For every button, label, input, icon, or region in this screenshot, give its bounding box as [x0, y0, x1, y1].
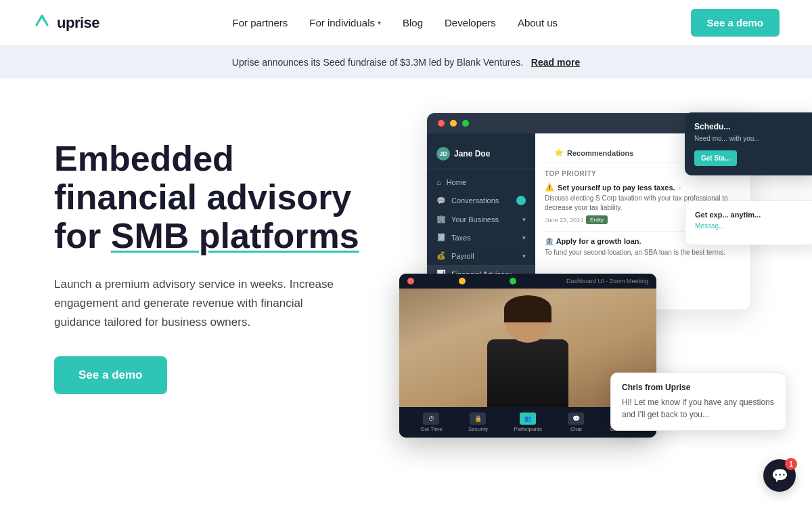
- schedule-card: Schedu... Need mo... with you... Get Sta…: [685, 112, 812, 175]
- arrow-icon: ›: [679, 184, 681, 192]
- logo[interactable]: uprise: [32, 12, 99, 35]
- hero-visual: JD Jane Doe ⌂ Home 💬 Conversations 🏢: [420, 112, 780, 451]
- chat-message-bubble: Chris from Uprise Hi! Let me know if you…: [610, 373, 786, 431]
- chat-badge: 1: [785, 458, 797, 470]
- window-maximize-dot: [462, 120, 469, 127]
- hero-title: Embedded financial advisory for SMB plat…: [54, 140, 406, 256]
- dashboard-user: JD Jane Doe: [427, 142, 535, 169]
- person-head: [504, 295, 551, 343]
- schedule-cta-button[interactable]: Get Sta...: [694, 150, 737, 166]
- nav-link-developers[interactable]: Developers: [445, 17, 496, 28]
- window-minimize-dot: [450, 120, 457, 127]
- chat-widget-button[interactable]: 💬 1: [763, 459, 796, 492]
- chat-widget-icon: 💬: [771, 467, 788, 484]
- chevron-down-icon: ▾: [378, 19, 381, 26]
- chevron-icon: ▾: [522, 234, 526, 241]
- security-icon: 🔒: [470, 412, 486, 425]
- banner-read-more-link[interactable]: Read more: [531, 57, 580, 68]
- video-title: Dashboard UI - Zoom Meeting: [566, 278, 648, 284]
- hero-subtitle: Launch a premium advisory service in wee…: [54, 275, 338, 332]
- video-tool-security[interactable]: 🔒 Security: [468, 412, 488, 432]
- nav-link-about[interactable]: About us: [518, 17, 558, 28]
- star-icon: ⭐: [554, 148, 564, 157]
- window-maximize-dot: [510, 278, 516, 284]
- chat-sender: Chris from Uprise: [622, 383, 775, 392]
- chevron-icon: ▾: [522, 216, 526, 223]
- logo-icon: [32, 12, 51, 35]
- chevron-icon: ▾: [522, 253, 526, 259]
- hero-section: Embedded financial advisory for SMB plat…: [0, 79, 812, 508]
- window-close-dot: [407, 278, 414, 284]
- chat-message-text: Hi! Let me know if you have any question…: [622, 396, 775, 421]
- window-minimize-dot: [459, 278, 466, 284]
- schedule-body: Need mo... with you...: [694, 134, 811, 144]
- video-bar: Dashboard UI - Zoom Meeting: [399, 274, 656, 289]
- person-body: [487, 339, 568, 407]
- hero-title-highlight: SMB platforms: [111, 216, 359, 255]
- hero-cta-button[interactable]: See a demo: [54, 356, 167, 394]
- user-name: Jane Doe: [454, 149, 490, 158]
- schedule-title: Schedu...: [694, 122, 811, 131]
- banner-text: Uprise announces its Seed fundraise of $…: [232, 57, 523, 68]
- recommendations-title: Recommendations: [567, 149, 633, 157]
- sidebar-item-business[interactable]: 🏢 Your Business ▾: [427, 210, 535, 228]
- video-tool-end-time[interactable]: ⏱ Out Time: [420, 412, 442, 432]
- nav-link-individuals[interactable]: For individuals ▾: [309, 17, 381, 28]
- rec-item-body-2: To fund your second location, an SBA loa…: [545, 248, 741, 257]
- home-icon: ⌂: [436, 178, 441, 186]
- loan-icon: 🏦: [545, 237, 554, 245]
- brand-name: uprise: [57, 14, 99, 32]
- business-icon: 🏢: [436, 215, 446, 224]
- video-tool-chat[interactable]: 💬 Chat: [568, 412, 584, 432]
- avatar: JD: [436, 147, 450, 161]
- video-tool-participants[interactable]: 👥 Participants: [514, 412, 542, 432]
- nav-link-blog[interactable]: Blog: [403, 17, 423, 28]
- badge: [516, 196, 526, 205]
- nav-link-partners[interactable]: For partners: [233, 17, 288, 28]
- taxes-icon: 🧾: [436, 233, 446, 242]
- participants-icon: 👥: [520, 412, 536, 425]
- chat-icon: 💬: [436, 196, 446, 205]
- announcement-banner: Uprise announces its Seed fundraise of $…: [0, 46, 812, 79]
- advisor-title: Get exp... anytim...: [695, 211, 810, 219]
- payroll-icon: 💰: [436, 251, 446, 260]
- navbar: uprise For partners For individuals ▾ Bl…: [0, 0, 812, 46]
- person-figure: [487, 295, 568, 407]
- window-close-dot: [438, 120, 445, 127]
- sidebar-item-conversations[interactable]: 💬 Conversations: [427, 191, 535, 210]
- nav-cta-button[interactable]: See a demo: [691, 9, 780, 37]
- entity-tag: Entity: [586, 215, 608, 224]
- sidebar-item-taxes[interactable]: 🧾 Taxes ▾: [427, 228, 535, 247]
- nav-links: For partners For individuals ▾ Blog Deve…: [233, 17, 558, 28]
- advisor-card-expert: Get exp... anytim... Messag...: [685, 200, 812, 245]
- warning-icon: ⚠️: [545, 183, 554, 192]
- hero-content: Embedded financial advisory for SMB plat…: [54, 119, 406, 394]
- sidebar-item-payroll[interactable]: 💰 Payroll ▾: [427, 247, 535, 265]
- advisor-message: Messag...: [695, 221, 810, 231]
- sidebar-item-home[interactable]: ⌂ Home: [427, 173, 535, 191]
- chat-icon: 💬: [568, 412, 584, 425]
- person-hair: [504, 295, 551, 322]
- end-time-icon: ⏱: [423, 412, 439, 425]
